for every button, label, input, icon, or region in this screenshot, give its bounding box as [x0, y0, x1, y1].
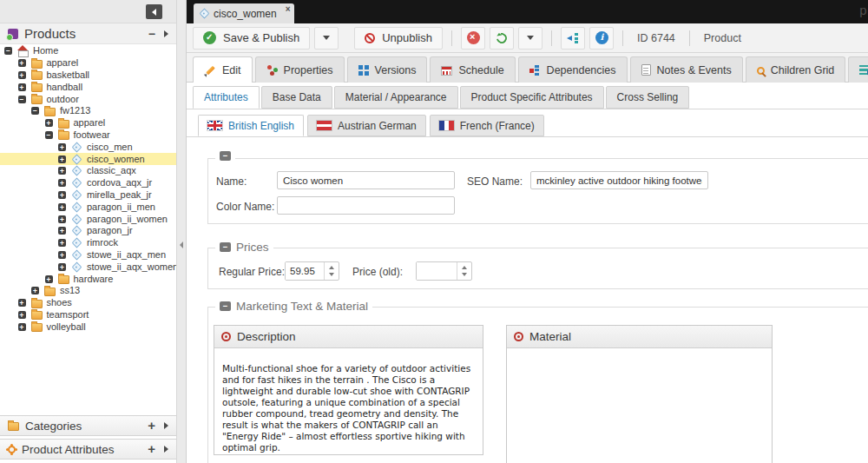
- tree-item-teamsport[interactable]: +teamsport: [0, 309, 176, 321]
- tree-item-shoes[interactable]: +shoes: [0, 297, 176, 309]
- tab-schedule[interactable]: Schedule: [430, 56, 515, 83]
- plus-expander-icon[interactable]: +: [18, 59, 26, 67]
- minus-expander-icon[interactable]: −: [4, 47, 12, 55]
- unpublish-button[interactable]: Unpublish: [354, 27, 443, 50]
- langtab-british-english[interactable]: British English: [198, 115, 304, 136]
- panel-menu-icon[interactable]: [164, 30, 168, 37]
- plus-expander-icon[interactable]: +: [58, 143, 66, 151]
- products-panel-header[interactable]: Products −: [0, 23, 176, 44]
- plus-expander-icon[interactable]: +: [18, 83, 26, 91]
- collapse-toggle-icon[interactable]: −: [220, 151, 231, 161]
- step-up-icon[interactable]: [462, 266, 467, 269]
- plus-expander-icon[interactable]: +: [58, 191, 66, 199]
- material-content[interactable]: [507, 348, 772, 363]
- tree-item-volleyball[interactable]: +volleyball: [0, 321, 176, 333]
- attributes-menu-icon[interactable]: [164, 446, 168, 453]
- tree-item-apparel[interactable]: +apparel: [0, 57, 176, 69]
- regular-price-stepper[interactable]: [285, 261, 339, 281]
- stepper-arrows[interactable]: [457, 262, 471, 280]
- tree-item-stowe-ii-aqx-women[interactable]: +stowe_ii_aqx_women: [0, 261, 176, 273]
- reload-button[interactable]: [490, 27, 514, 50]
- regular-price-field[interactable]: [286, 262, 324, 280]
- step-up-icon[interactable]: [329, 266, 334, 269]
- product-attributes-panel-header[interactable]: Product Attributes +: [0, 439, 176, 460]
- categories-add-icon[interactable]: +: [148, 420, 155, 431]
- tree-item-paragon-ii-women[interactable]: +paragon_ii_women: [0, 213, 176, 225]
- splitter-collapse-icon[interactable]: [180, 241, 183, 248]
- langtab-french-france[interactable]: French (France): [430, 115, 544, 136]
- tree-item-cisco-women[interactable]: +cisco_women: [0, 153, 176, 165]
- tree-item-paragon-jr[interactable]: +paragon_jr: [0, 225, 176, 237]
- save-publish-button[interactable]: Save & Publish: [193, 27, 310, 50]
- plus-expander-icon[interactable]: +: [58, 215, 66, 223]
- description-content[interactable]: Multi-functional shoe for a variety of o…: [214, 348, 483, 463]
- tree-item-fw1213[interactable]: −fw1213: [0, 105, 176, 117]
- sidebar-splitter[interactable]: [176, 0, 187, 463]
- plus-expander-icon[interactable]: +: [58, 167, 66, 175]
- minus-expander-icon[interactable]: −: [31, 107, 39, 115]
- save-options-dropdown[interactable]: [314, 27, 339, 50]
- stepper-arrows[interactable]: [324, 262, 339, 280]
- tab-dependencies[interactable]: Dependencies: [518, 56, 628, 83]
- step-down-icon[interactable]: [462, 273, 467, 276]
- tab-cisco-women[interactable]: cisco_women ×: [194, 3, 294, 23]
- plus-expander-icon[interactable]: +: [58, 203, 66, 211]
- sidebar-collapse-button[interactable]: [146, 4, 162, 19]
- tab-notes-events[interactable]: Notes & Events: [630, 56, 743, 83]
- tree-item-stowe-ii-aqx-men[interactable]: +stowe_ii_aqx_men: [0, 249, 176, 261]
- tree-item-ss13[interactable]: +ss13: [0, 285, 176, 297]
- name-field[interactable]: [277, 171, 455, 189]
- info-button[interactable]: [589, 27, 614, 50]
- plus-expander-icon[interactable]: +: [58, 179, 66, 187]
- attributes-add-icon[interactable]: +: [148, 444, 155, 454]
- tree-item-rimrock[interactable]: +rimrock: [0, 237, 176, 249]
- tree-item-cisco-men[interactable]: +cisco_men: [0, 141, 176, 153]
- collapse-toggle-icon[interactable]: −: [220, 242, 231, 252]
- price-old-field[interactable]: [417, 262, 457, 280]
- reload-options-dropdown[interactable]: [518, 27, 542, 50]
- plus-expander-icon[interactable]: +: [58, 263, 66, 271]
- tree-item-footwear[interactable]: −footwear: [0, 129, 176, 142]
- categories-panel-header[interactable]: Categories +: [0, 415, 176, 436]
- plus-expander-icon[interactable]: +: [45, 275, 53, 283]
- plus-expander-icon[interactable]: +: [58, 227, 66, 235]
- tree-item-paragon-ii-men[interactable]: +paragon_ii_men: [0, 201, 176, 213]
- tree-item-classic-aqx[interactable]: +classic_aqx: [0, 165, 176, 177]
- plus-expander-icon[interactable]: +: [45, 119, 53, 127]
- tree-item-hardware[interactable]: +hardware: [0, 273, 176, 285]
- subtab-attributes[interactable]: Attributes: [193, 86, 260, 109]
- plus-expander-icon[interactable]: +: [18, 71, 26, 79]
- seo-name-field[interactable]: [530, 171, 708, 189]
- categories-menu-icon[interactable]: [164, 422, 168, 429]
- subtab-cross-selling[interactable]: Cross Selling: [606, 86, 690, 109]
- tab-edit[interactable]: Edit: [193, 56, 253, 83]
- tab-versions[interactable]: Versions: [347, 56, 428, 83]
- tree-item-outdoor[interactable]: −outdoor: [0, 93, 176, 105]
- step-down-icon[interactable]: [329, 273, 334, 276]
- minus-expander-icon[interactable]: −: [45, 131, 53, 139]
- color-name-field[interactable]: [277, 196, 455, 215]
- collapse-toggle-icon[interactable]: −: [220, 301, 231, 311]
- minus-expander-icon[interactable]: −: [18, 96, 26, 103]
- panel-collapse-icon[interactable]: −: [148, 30, 155, 38]
- plus-expander-icon[interactable]: +: [18, 311, 26, 319]
- tree-item-home[interactable]: −Home: [0, 45, 176, 57]
- tree-item-mirella-peak-jr[interactable]: +mirella_peak_jr: [0, 189, 176, 202]
- tree-item-apparel[interactable]: +apparel: [0, 117, 176, 129]
- plus-expander-icon[interactable]: +: [18, 323, 26, 331]
- tab-variants[interactable]: Variants: [848, 56, 868, 83]
- plus-expander-icon[interactable]: +: [58, 155, 66, 163]
- langtab-austrian-german[interactable]: Austrian German: [307, 115, 426, 136]
- tree-item-handball[interactable]: +handball: [0, 81, 176, 93]
- plus-expander-icon[interactable]: +: [18, 299, 26, 307]
- plus-expander-icon[interactable]: +: [31, 287, 39, 294]
- price-old-stepper[interactable]: [416, 261, 472, 281]
- tab-close-icon[interactable]: ×: [286, 4, 291, 14]
- delete-button[interactable]: [461, 27, 485, 50]
- tree-item-basketball[interactable]: +basketball: [0, 69, 176, 82]
- tab-children-grid[interactable]: Children Grid: [746, 56, 846, 83]
- locate-in-tree-button[interactable]: [561, 27, 585, 50]
- tab-properties[interactable]: Properties: [255, 56, 345, 83]
- tree-item-cordova-aqx-jr[interactable]: +cordova_aqx_jr: [0, 177, 176, 189]
- subtab-base-data[interactable]: Base Data: [261, 86, 332, 109]
